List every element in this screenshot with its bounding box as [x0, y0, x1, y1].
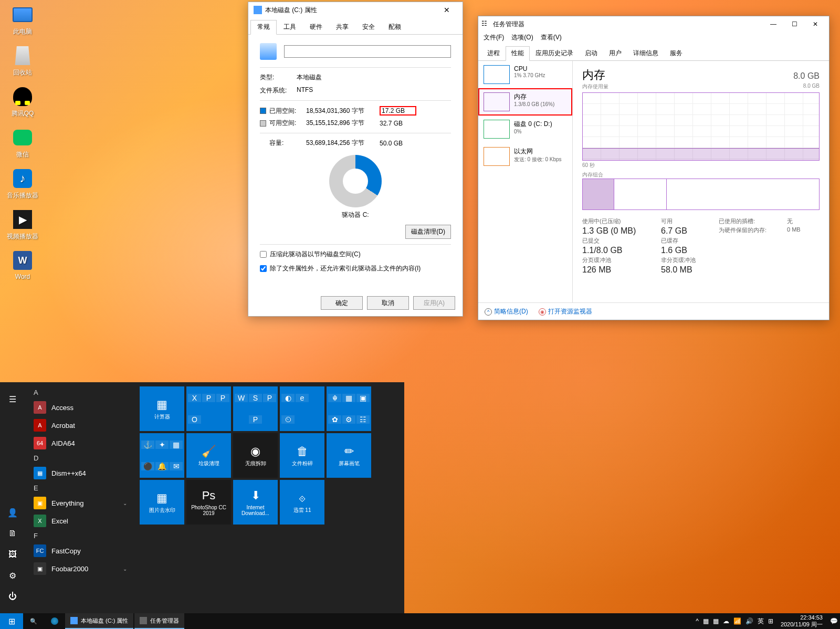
app-Acrobat[interactable]: AAcrobat: [25, 416, 135, 434]
disk-cleanup-button[interactable]: 磁盘清理(D): [405, 225, 451, 239]
menu-选项(O)[interactable]: 选项(O): [511, 33, 533, 42]
tray-icon[interactable]: 🔊: [746, 617, 753, 625]
hamburger-icon[interactable]: ☰: [0, 389, 25, 410]
open-resmon-link[interactable]: ◉打开资源监视器: [539, 307, 592, 316]
tab-安全[interactable]: 安全: [355, 20, 382, 34]
menu-文件(F)[interactable]: 文件(F): [484, 33, 504, 42]
compress-checkbox-row[interactable]: 压缩此驱动器以节约磁盘空间(C): [260, 250, 451, 259]
tile-group[interactable]: WSPP: [233, 386, 278, 431]
tile-group[interactable]: ◐e⏲: [280, 386, 324, 431]
tile-迅雷 11[interactable]: ⟐迅雷 11: [280, 480, 324, 525]
letter-D[interactable]: D: [25, 452, 135, 464]
search-button[interactable]: 🔍: [23, 613, 44, 629]
app-AIDA64[interactable]: 64AIDA64: [25, 434, 135, 452]
brief-info-link[interactable]: ^简略信息(D): [485, 307, 528, 316]
tile-group[interactable]: ⚓✦▦⚫🔔✉: [140, 433, 184, 478]
tile-group[interactable]: ☬▦▣✿⚙☷: [327, 386, 371, 431]
tile-无痕拆卸[interactable]: ◉无痕拆卸: [233, 433, 278, 478]
ok-button[interactable]: 确定: [321, 296, 363, 310]
pictures-icon[interactable]: 🖼: [0, 544, 25, 565]
tile-计算器[interactable]: ▦计算器: [140, 386, 184, 431]
desktop-icon-此电脑[interactable]: 此电脑: [4, 4, 41, 36]
desktop-icon-回收站[interactable]: 回收站: [4, 45, 41, 77]
tab-应用历史记录[interactable]: 应用历史记录: [530, 46, 579, 60]
ime-lang[interactable]: 英: [758, 617, 764, 626]
index-checkbox-row[interactable]: 除了文件属性外，还允许索引此驱动器上文件的内容(I): [260, 264, 451, 273]
sidebar-item-磁盘 0 (C: D:)[interactable]: 磁盘 0 (C: D:)0%: [478, 116, 572, 143]
app-Everything[interactable]: ▣Everything⌄: [25, 494, 135, 512]
ime-mode[interactable]: ⊞: [768, 617, 773, 625]
minimize-icon[interactable]: —: [763, 18, 784, 30]
tile-Internet Download...[interactable]: ⬇Internet Download...: [233, 480, 278, 525]
dialog-titlebar[interactable]: 本地磁盘 (C:) 属性 ✕: [248, 2, 463, 18]
user-icon[interactable]: 👤: [0, 502, 25, 523]
sidebar-item-以太网[interactable]: 以太网发送: 0 接收: 0 Kbps: [478, 143, 572, 170]
tile-PhotoShop CC 2019[interactable]: PsPhotoShop CC 2019: [186, 480, 231, 525]
settings-icon[interactable]: ⚙: [0, 565, 25, 586]
tray-icon[interactable]: ▦: [713, 617, 719, 625]
hw-value: 0 MB: [787, 226, 818, 236]
start-button[interactable]: ⊞: [0, 613, 23, 629]
tile-垃圾清理[interactable]: 🧹垃圾清理: [186, 433, 231, 478]
cache-label: 已缓存: [661, 237, 719, 245]
desktop-icon-视频播放器[interactable]: ▶视频播放器: [4, 209, 41, 241]
free-color-icon: [260, 120, 266, 127]
letter-E[interactable]: E: [25, 482, 135, 494]
tab-硬件[interactable]: 硬件: [303, 20, 329, 34]
tm-titlebar[interactable]: ☷ 任务管理器 — ☐ ✕: [478, 16, 829, 32]
index-checkbox[interactable]: [260, 265, 267, 272]
close-icon[interactable]: ✕: [436, 2, 457, 18]
tab-服务[interactable]: 服务: [664, 46, 688, 60]
tab-进程[interactable]: 进程: [481, 46, 506, 60]
tray-icon[interactable]: ☁: [723, 617, 729, 625]
close-icon[interactable]: ✕: [805, 18, 826, 30]
desktop-icon-腾讯QQ[interactable]: 腾讯QQ: [4, 86, 41, 118]
edge-button[interactable]: [44, 613, 65, 629]
documents-icon[interactable]: 🗎: [0, 523, 25, 544]
letter-F[interactable]: F: [25, 530, 135, 542]
app-FastCopy[interactable]: FCFastCopy: [25, 542, 135, 560]
maximize-icon[interactable]: ☐: [784, 18, 805, 30]
tab-性能[interactable]: 性能: [506, 46, 530, 61]
desktop-icon-音乐播放器[interactable]: ♪音乐播放器: [4, 168, 41, 200]
tab-共享[interactable]: 共享: [329, 20, 355, 34]
notification-icon[interactable]: 💬: [830, 617, 838, 625]
clock[interactable]: 22:34:532020/11/09 周一: [778, 614, 826, 628]
tab-常规[interactable]: 常规: [250, 20, 277, 35]
app-Foobar2000[interactable]: ▣Foobar2000⌄: [25, 560, 135, 578]
tm-comp-label: 内存组合: [582, 171, 603, 179]
apply-button[interactable]: 应用(A): [413, 296, 455, 310]
tm-capacity: 8.0 GB: [793, 71, 820, 81]
compress-checkbox[interactable]: [260, 251, 267, 258]
commit-label: 已提交: [582, 237, 661, 245]
volume-label-input[interactable]: [284, 45, 451, 58]
letter-A[interactable]: A: [25, 386, 135, 399]
desktop-icon-微信[interactable]: 微信: [4, 127, 41, 159]
tab-配额[interactable]: 配额: [382, 20, 408, 34]
tab-启动[interactable]: 启动: [579, 46, 603, 60]
tray-icon[interactable]: ^: [696, 617, 699, 625]
tab-工具[interactable]: 工具: [277, 20, 303, 34]
start-app-list[interactable]: AAAccessAAcrobat64AIDA64D▦Dism++x64E▣Eve…: [25, 382, 135, 613]
tab-用户[interactable]: 用户: [603, 46, 627, 60]
tray-icon[interactable]: ▦: [703, 617, 709, 625]
cancel-button[interactable]: 取消: [367, 296, 409, 310]
tab-详细信息[interactable]: 详细信息: [627, 46, 664, 60]
tile-group[interactable]: XPPO: [186, 386, 231, 431]
sidebar-item-内存[interactable]: 内存1.3/8.0 GB (16%): [478, 88, 572, 116]
app-Access[interactable]: AAccess: [25, 399, 135, 416]
menu-查看(V)[interactable]: 查看(V): [541, 33, 562, 42]
tile-图片去水印[interactable]: ▦图片去水印: [140, 480, 184, 525]
dialog-tabs: 常规工具硬件共享安全配额: [248, 18, 463, 35]
tray-icon[interactable]: 📶: [733, 617, 741, 625]
tm-menubar: 文件(F)选项(O)查看(V): [478, 32, 829, 43]
tile-文件粉碎[interactable]: 🗑文件粉碎: [280, 433, 324, 478]
app-Excel[interactable]: XExcel: [25, 512, 135, 530]
power-icon[interactable]: ⏻: [0, 586, 25, 607]
task-任务管理器[interactable]: 任务管理器: [134, 613, 184, 629]
tile-屏幕画笔[interactable]: ✏屏幕画笔: [327, 433, 371, 478]
task-本地磁盘 (C:) 属性[interactable]: 本地磁盘 (C:) 属性: [65, 613, 133, 629]
desktop-icon-Word[interactable]: WWord: [4, 250, 41, 280]
sidebar-item-CPU[interactable]: CPU1% 3.70 GHz: [478, 61, 572, 88]
app-Dism++x64[interactable]: ▦Dism++x64: [25, 464, 135, 482]
